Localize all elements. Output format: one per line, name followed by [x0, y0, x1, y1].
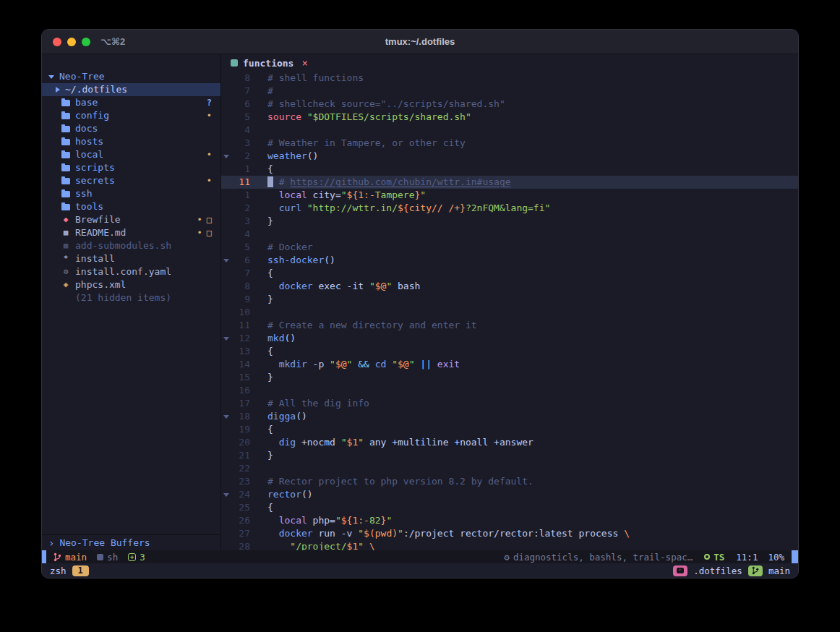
- code-line[interactable]: 22: [221, 462, 798, 475]
- code-line[interactable]: 20 dig +nocmd "$1" any +multiline +noall…: [221, 436, 798, 449]
- line-number: 6: [231, 98, 250, 111]
- code-line[interactable]: 3}: [221, 215, 798, 228]
- item-label: secrets: [75, 174, 115, 187]
- code-line[interactable]: 15}: [221, 371, 798, 384]
- tmux-session-chip: [673, 565, 687, 576]
- code-line[interactable]: 2 curl "http://wttr.in/${city// /+}?2nFQ…: [221, 202, 798, 215]
- git-staged-badge: □: [207, 213, 212, 226]
- code-line[interactable]: 8 docker exec -it "$@" bash: [221, 280, 798, 293]
- minimize-button[interactable]: [67, 38, 76, 46]
- lsp-clients-label: diagnosticls, bashls, trail-spac…: [513, 552, 693, 563]
- line-number: 28: [231, 540, 250, 550]
- git-modified-badge: •: [207, 109, 212, 122]
- item-label: README.md: [75, 226, 126, 239]
- current-line[interactable]: 11 # https://github.com/chubin/wttr.in#u…: [221, 176, 798, 189]
- tmux-window-badge[interactable]: 1: [72, 565, 89, 576]
- code-line[interactable]: 28 "/project/$1" \: [221, 540, 798, 550]
- code-line[interactable]: 7{: [221, 267, 798, 280]
- tree-item-local[interactable]: local•: [42, 148, 220, 161]
- code-line[interactable]: 6# shellcheck source="../scripts/shared.…: [221, 98, 798, 111]
- code-line[interactable]: 7#: [221, 85, 798, 98]
- git-branch-segment[interactable]: main: [53, 552, 87, 563]
- code-line[interactable]: 16: [221, 384, 798, 397]
- statusline: main sh + 3 ⚙ diagnosticls, bashls, trai…: [42, 550, 798, 563]
- cursor-block: [267, 176, 273, 187]
- code-line[interactable]: 17# All the dig info: [221, 397, 798, 410]
- arrow-right-icon: [56, 87, 60, 93]
- item-label: local: [75, 148, 103, 161]
- tabline: functions ×: [221, 54, 798, 72]
- close-icon[interactable]: ×: [301, 57, 307, 69]
- tree-item-docs[interactable]: docs: [42, 122, 220, 135]
- tree-item-add-submodules.sh[interactable]: ■add-submodules.sh: [42, 239, 220, 252]
- folder-icon: [61, 100, 70, 106]
- tree-item-secrets[interactable]: secrets•: [42, 174, 220, 187]
- neotree-header[interactable]: Neo-Tree: [42, 70, 220, 83]
- code-line[interactable]: 3# Weather in Tampere, or other city: [221, 137, 798, 150]
- code-line[interactable]: 2weather(): [221, 150, 798, 163]
- code-line[interactable]: 27 docker run -v "$(pwd)":/project recto…: [221, 527, 798, 540]
- fold-chevron-icon[interactable]: [223, 155, 229, 158]
- fold-chevron-icon[interactable]: [223, 493, 229, 497]
- fold-chevron-icon[interactable]: [223, 415, 229, 419]
- chevron-right-icon: ›: [48, 538, 54, 548]
- code-line[interactable]: 5# Docker: [221, 241, 798, 254]
- neotree-buffers-header[interactable]: › Neo-Tree Buffers: [42, 534, 220, 550]
- item-label: scripts: [75, 161, 115, 174]
- line-number: 21: [231, 449, 250, 462]
- code-line[interactable]: 6ssh-docker(): [221, 254, 798, 267]
- close-button[interactable]: [53, 38, 61, 46]
- code-line[interactable]: 5source "$DOTFILES/scripts/shared.sh": [221, 111, 798, 124]
- git-branch-icon: [53, 552, 61, 562]
- line-number: 27: [231, 527, 250, 540]
- tree-item-hosts[interactable]: hosts: [42, 135, 220, 148]
- zoom-button[interactable]: [82, 38, 90, 46]
- git-modified-badge: •: [207, 148, 212, 161]
- code-line[interactable]: 14 mkdir -p "$@" && cd "$@" || exit: [221, 358, 798, 371]
- line-number: 8: [231, 72, 250, 85]
- tab-functions[interactable]: functions ×: [231, 57, 308, 69]
- treesitter-label: TS: [713, 552, 724, 563]
- code-line[interactable]: 21}: [221, 449, 798, 462]
- code-line[interactable]: 1 local city="${1:-Tampere}": [221, 189, 798, 202]
- code-line[interactable]: 19{: [221, 423, 798, 436]
- line-number: 13: [231, 345, 250, 358]
- line-number: 3: [231, 215, 250, 228]
- tree-item-base[interactable]: base?: [42, 96, 220, 109]
- tree-item-Brewfile[interactable]: ◆Brewfile•□: [42, 213, 220, 226]
- code-line[interactable]: 10: [221, 306, 798, 319]
- line-number: 11: [231, 319, 250, 332]
- tree-item-install[interactable]: *install: [42, 252, 220, 265]
- code-line[interactable]: 8# shell functions: [221, 72, 798, 85]
- code-line[interactable]: 23# Rector project to php version 8.2 by…: [221, 475, 798, 488]
- code-line[interactable]: 4: [221, 124, 798, 137]
- tree-item-phpcs.xml[interactable]: ◈phpcs.xml: [42, 278, 220, 291]
- code-line[interactable]: 13{: [221, 345, 798, 358]
- item-label: ssh: [75, 187, 92, 200]
- line-number: 12: [231, 332, 250, 345]
- code-line[interactable]: 18digga(): [221, 410, 798, 423]
- tmux-session-name: .dotfiles: [693, 565, 742, 576]
- tree-item-install.conf.yaml[interactable]: ⚙install.conf.yaml: [42, 265, 220, 278]
- code-line[interactable]: 24rector(): [221, 488, 798, 501]
- scroll-indicator: [792, 550, 798, 563]
- neotree-root[interactable]: ~/.dotfiles: [42, 83, 220, 96]
- fold-chevron-icon[interactable]: [223, 337, 229, 341]
- tree-item-README.md[interactable]: ■README.md•□: [42, 226, 220, 239]
- titlebar[interactable]: ⌥⌘2 tmux:~/.dotfiles: [42, 30, 798, 54]
- tree-item-tools[interactable]: tools: [42, 200, 220, 213]
- code-line[interactable]: 25{: [221, 501, 798, 514]
- line-number: 22: [231, 462, 250, 475]
- tree-item-scripts[interactable]: scripts: [42, 161, 220, 174]
- code-line[interactable]: 12mkd(): [221, 332, 798, 345]
- fold-chevron-icon[interactable]: [223, 259, 229, 262]
- code-area[interactable]: 8# shell functions7#6# shellcheck source…: [221, 72, 798, 550]
- folder-icon: [61, 178, 70, 184]
- code-line[interactable]: 4: [221, 228, 798, 241]
- code-line[interactable]: 9}: [221, 293, 798, 306]
- code-line[interactable]: 11# Create a new directory and enter it: [221, 319, 798, 332]
- code-line[interactable]: 26 local php="${1:-82}": [221, 514, 798, 527]
- tree-item-config[interactable]: config•: [42, 109, 220, 122]
- tree-item-ssh[interactable]: ssh: [42, 187, 220, 200]
- code-line[interactable]: 1{: [221, 163, 798, 176]
